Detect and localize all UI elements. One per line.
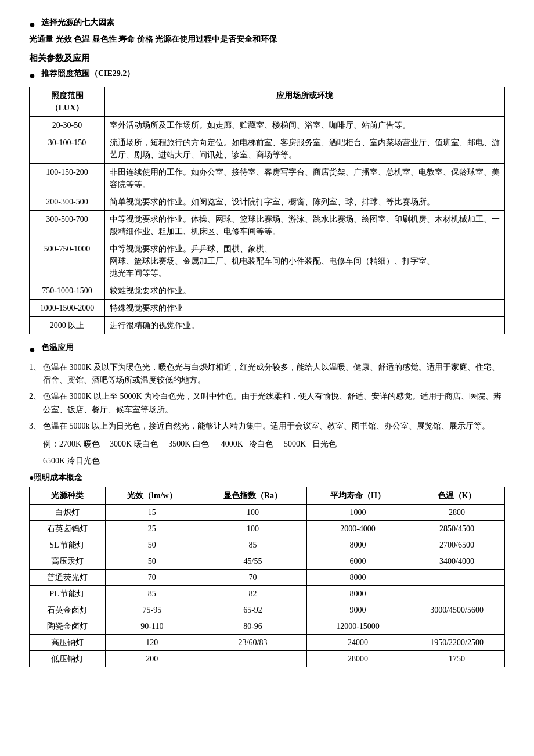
table-cell: 80-96 xyxy=(199,618,307,634)
table-row: PL 节能灯85828000 xyxy=(30,585,505,602)
table-cell: 2000-4000 xyxy=(306,520,409,537)
section-factors: ● 选择光源的七大因素 光通量 光效 色温 显色性 寿命 价格 光源在使用过程中… xyxy=(29,17,505,45)
item-num: 1、 xyxy=(29,361,43,387)
factors-list: 光通量 光效 色温 显色性 寿命 价格 光源在使用过程中是否安全和环保 xyxy=(29,34,505,45)
table-cell: SL 节能灯 xyxy=(30,537,106,553)
item-text: 色温在 3000K 以上至 5000K 为冷白色光，又叫中性色。由于光线柔和，使… xyxy=(43,390,505,416)
table-cell: 2800 xyxy=(409,504,505,520)
table-cell-desc: 流通场所，短程旅行的方向定位。如电梯前室、客房服务室、洒吧柜台、室内菜场营业厅、… xyxy=(105,134,505,164)
illuminance-title: 推荐照度范围（CIE29.2） xyxy=(41,69,135,79)
related-params-title: 相关参数及应用 xyxy=(29,53,505,64)
table-row: 200-300-500 xyxy=(30,193,105,211)
color-temp-item: 2、色温在 3000K 以上至 5000K 为冷白色光，又叫中性色。由于光线柔和… xyxy=(29,390,505,416)
cost-header: 光源种类 xyxy=(30,487,106,504)
table-row: 低压钠灯200280001750 xyxy=(30,650,505,667)
cost-header: 色温（K） xyxy=(409,487,505,504)
table-cell xyxy=(409,585,505,602)
table-row: 2000 以上 xyxy=(30,317,105,334)
table-cell: 65-92 xyxy=(199,602,307,618)
cost-header: 显色指数（Ra） xyxy=(199,487,307,504)
table-row: 20-30-50 xyxy=(30,117,105,134)
table-header-lux: 照度范围（LUX） xyxy=(30,87,105,117)
example-label: 例：2700K 暖色 3000K 暖白色 3500K 白色 4000K 冷白色 … xyxy=(43,440,337,448)
section-color-temp: ● 色温应用 1、色温在 3000K 及以下为暖色光，暖色光与白炽灯相近，红光成… xyxy=(29,343,505,468)
table-cell: 2700/6500 xyxy=(409,537,505,553)
bullet-icon-3: ● xyxy=(29,343,35,357)
table-cell: 120 xyxy=(105,634,199,650)
section-illuminance: ● 推荐照度范围（CIE29.2） 照度范围（LUX） 应用场所或环境 20-3… xyxy=(29,69,505,334)
table-cell-desc: 非田连续使用的工作。如办公室、接待室、客房写字台、商店货架、广播室、总机室、电教… xyxy=(105,164,505,193)
table-cell: 28000 xyxy=(306,650,409,667)
table-cell: 23/60/83 xyxy=(199,634,307,650)
section-cost: ●照明成本概念 光源种类光效（lm/w）显色指数（Ra）平均寿命（H）色温（K）… xyxy=(29,473,505,667)
cost-header: 平均寿命（H） xyxy=(306,487,409,504)
color-temp-item: 3、色温在 5000k 以上为日光色，接近自然光，能够让人精力集中。适用于会议室… xyxy=(29,420,505,433)
table-cell: 8000 xyxy=(306,585,409,602)
table-cell: 石英金卤灯 xyxy=(30,602,106,618)
table-cell: 低压钠灯 xyxy=(30,650,106,667)
table-cell: 200 xyxy=(105,650,199,667)
table-row: 1000-1500-2000 xyxy=(30,300,105,317)
table-cell: 陶瓷金卤灯 xyxy=(30,618,106,634)
table-cell xyxy=(409,569,505,585)
table-cell: PL 节能灯 xyxy=(30,585,106,602)
table-row: 100-150-200 xyxy=(30,164,105,193)
table-cell: 82 xyxy=(199,585,307,602)
table-cell-desc: 进行很精确的视觉作业。 xyxy=(105,317,505,334)
table-cell xyxy=(199,650,307,667)
table-cell-desc: 简单视觉要求的作业。如阅览室、设计院打字室、橱窗、陈列室、球、排球、等比赛场所。 xyxy=(105,193,505,211)
table-cell: 85 xyxy=(105,585,199,602)
bullet-icon-1: ● xyxy=(29,17,35,32)
table-cell: 100 xyxy=(199,504,307,520)
table-cell xyxy=(409,618,505,634)
cost-title: ●照明成本概念 xyxy=(29,473,505,483)
table-cell: 25 xyxy=(105,520,199,537)
table-cell: 15 xyxy=(105,504,199,520)
table-row: 高压汞灯5045/5560003400/4000 xyxy=(30,553,505,569)
item-text: 色温在 5000k 以上为日光色，接近自然光，能够让人精力集中。适用于会议室、教… xyxy=(43,420,490,433)
table-row: 500-750-1000 xyxy=(30,240,105,282)
table-row: 石英金卤灯75-9565-9290003000/4500/5600 xyxy=(30,602,505,618)
table-cell: 6000 xyxy=(306,553,409,569)
table-cell-desc: 室外活动场所及工作场所。如走廊、贮藏室、楼梯间、浴室、咖啡厅、站前广告等。 xyxy=(105,117,505,134)
table-cell: 1750 xyxy=(409,650,505,667)
table-row: 普通荧光灯70708000 xyxy=(30,569,505,585)
table-cell: 1000 xyxy=(306,504,409,520)
example-row: 例：2700K 暖色 3000K 暖白色 3500K 白色 4000K 冷白色 … xyxy=(43,437,505,451)
table-cell: 2850/4500 xyxy=(409,520,505,537)
item-num: 3、 xyxy=(29,420,43,433)
table-cell-desc: 特殊视觉要求的作业 xyxy=(105,300,505,317)
table-cell: 1950/2200/2500 xyxy=(409,634,505,650)
table-row: 750-1000-1500 xyxy=(30,282,105,300)
table-cell: 50 xyxy=(105,553,199,569)
table-cell: 50 xyxy=(105,537,199,553)
table-cell: 白炽灯 xyxy=(30,504,106,520)
example-row-2: 6500K 冷日光色 xyxy=(43,453,505,468)
item-num: 2、 xyxy=(29,390,43,416)
table-cell: 45/55 xyxy=(199,553,307,569)
table-header-env: 应用场所或环境 xyxy=(105,87,505,117)
factors-title: 选择光源的七大因素 xyxy=(41,17,114,28)
table-cell-desc: 中等视觉要求的作业。体操、网球、篮球比赛场、游泳、跳水比赛场、绘图室、印刷机房、… xyxy=(105,211,505,240)
table-row: 高压钠灯12023/60/83240001950/2200/2500 xyxy=(30,634,505,650)
table-cell: 3000/4500/5600 xyxy=(409,602,505,618)
cost-table: 光源种类光效（lm/w）显色指数（Ra）平均寿命（H）色温（K） 白炽灯1510… xyxy=(29,487,505,667)
bullet-icon-2: ● xyxy=(29,69,35,83)
table-cell-desc: 中等视觉要求的作业。乒乒球、围棋、象棋、 网球、篮球比赛场、金属加工厂、机电装配… xyxy=(105,240,505,282)
item-text: 色温在 3000K 及以下为暖色光，暖色光与白炽灯相近，红光成分较多，能给人以温… xyxy=(43,361,505,387)
table-row: 30-100-150 xyxy=(30,134,105,164)
table-cell: 石英卤钨灯 xyxy=(30,520,106,537)
table-row: SL 节能灯508580002700/6500 xyxy=(30,537,505,553)
cost-header: 光效（lm/w） xyxy=(105,487,199,504)
table-cell: 70 xyxy=(199,569,307,585)
table-cell: 高压钠灯 xyxy=(30,634,106,650)
color-temp-item: 1、色温在 3000K 及以下为暖色光，暖色光与白炽灯相近，红光成分较多，能给人… xyxy=(29,361,505,387)
table-cell: 12000-15000 xyxy=(306,618,409,634)
table-cell: 8000 xyxy=(306,537,409,553)
table-cell: 24000 xyxy=(306,634,409,650)
table-cell: 普通荧光灯 xyxy=(30,569,106,585)
table-cell: 100 xyxy=(199,520,307,537)
table-row: 石英卤钨灯251002000-40002850/4500 xyxy=(30,520,505,537)
illuminance-table: 照度范围（LUX） 应用场所或环境 20-30-50室外活动场所及工作场所。如走… xyxy=(29,87,505,334)
table-cell: 85 xyxy=(199,537,307,553)
